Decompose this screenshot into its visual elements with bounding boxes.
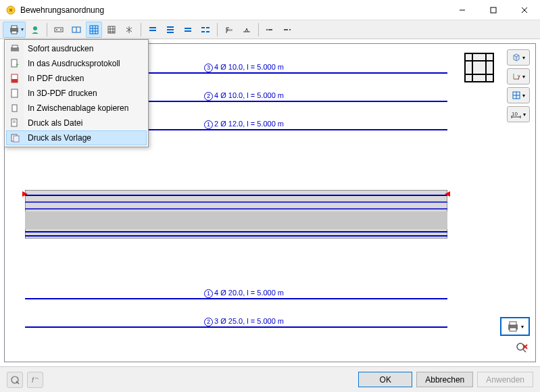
menu-ausdrucksprotokoll[interactable]: + In das Ausdrucksprotokoll [6, 56, 147, 71]
svg-point-71 [517, 343, 524, 350]
svg-rect-7 [11, 31, 17, 34]
bar-label: 34 Ø 10.0, l = 5.000 m [204, 63, 284, 72]
doc-plus-icon: + [9, 58, 20, 69]
print-view-button[interactable]: ▾ [500, 317, 530, 336]
print-dropdown-button[interactable]: ▾ [3, 22, 26, 38]
svg-rect-41 [266, 29, 268, 30]
svg-text:f: f [32, 376, 34, 384]
svg-rect-80 [11, 79, 18, 82]
align4-button[interactable] [197, 22, 214, 38]
svg-rect-35 [206, 27, 210, 28]
user-button[interactable] [27, 22, 43, 38]
bar-label: 14 Ø 20.0, l = 5.000 m [204, 289, 284, 298]
bar-num-icon: 2 [204, 318, 213, 326]
svg-rect-40 [268, 29, 272, 30]
svg-rect-76 [12, 45, 18, 48]
grid-toggle-button[interactable]: ▾ [507, 87, 530, 103]
menu-druck-vorlage[interactable]: Druck als Vorlage [6, 130, 147, 145]
axes-button[interactable] [121, 22, 137, 38]
support-button[interactable] [239, 22, 255, 38]
app-icon [5, 5, 16, 16]
menu-druck-datei[interactable]: Druck als Datei [6, 116, 147, 130]
svg-rect-9 [55, 28, 63, 32]
align1-button[interactable] [145, 22, 161, 38]
svg-rect-33 [185, 30, 191, 32]
svg-rect-29 [167, 26, 174, 28]
menu-sofort-ausdrucken[interactable]: Sofort ausdrucken [6, 41, 147, 56]
view2-button[interactable] [68, 22, 84, 38]
window-controls [447, 0, 540, 20]
expand-button[interactable] [280, 22, 296, 38]
cancel-button[interactable]: Abbrechen [416, 372, 473, 387]
cross-section [25, 190, 447, 239]
svg-text:10: 10 [512, 111, 518, 117]
titlebar: Bewehrungsanordnung [0, 0, 540, 20]
svg-point-11 [60, 29, 62, 30]
bar-label: 24 Ø 10.0, l = 5.000 m [204, 91, 284, 101]
pdf-icon [9, 73, 20, 84]
maximize-button[interactable] [478, 0, 509, 20]
zoom-reset-button[interactable] [514, 340, 530, 356]
print-dropdown-menu: Sofort ausdrucken + In das Ausdrucksprot… [4, 39, 149, 147]
apply-button[interactable]: Anwenden [477, 372, 533, 387]
layer-settings-button[interactable]: f [27, 372, 43, 388]
canvas-bottom-tools: ▾ [500, 317, 530, 356]
svg-rect-14 [90, 26, 98, 34]
axes-toggle-button[interactable]: y ▾ [507, 68, 530, 84]
svg-rect-2 [491, 7, 496, 13]
svg-marker-52 [445, 191, 450, 197]
bar-line [25, 298, 447, 299]
print-icon [9, 43, 20, 54]
svg-rect-27 [149, 27, 156, 28]
align2-button[interactable] [162, 22, 178, 38]
view-cube-button[interactable]: ▾ [507, 49, 530, 66]
svg-rect-43 [289, 29, 291, 30]
template-icon [10, 132, 21, 143]
svg-rect-69 [510, 322, 516, 325]
svg-rect-70 [510, 328, 516, 331]
bar-label: 12 Ø 12.0, l = 5.000 m [204, 120, 284, 129]
menu-3dpdf-drucken[interactable]: In 3D-PDF drucken [6, 86, 147, 101]
file-icon [9, 118, 20, 128]
collapse-button[interactable] [262, 22, 278, 38]
ok-button[interactable]: OK [358, 372, 412, 387]
svg-rect-82 [12, 105, 17, 112]
window-title: Bewehrungsanordnung [20, 5, 447, 15]
view3-button[interactable] [86, 22, 102, 38]
bar-num-icon: 1 [204, 289, 213, 298]
view1-button[interactable] [51, 22, 67, 38]
bar-num-icon: 2 [204, 92, 213, 101]
svg-text:+: + [16, 62, 19, 68]
bar-num-icon: 3 [204, 64, 213, 72]
svg-rect-31 [167, 32, 174, 33]
svg-point-10 [56, 29, 57, 30]
menu-zwischenablage[interactable]: In Zwischenablage kopieren [6, 101, 147, 116]
bar-label: 23 Ø 25.0, l = 5.000 m [204, 317, 284, 326]
svg-rect-53 [465, 53, 493, 82]
svg-rect-81 [11, 89, 18, 97]
svg-marker-51 [22, 191, 28, 197]
spring-button[interactable]: xx [221, 22, 237, 38]
bar-num-icon: 1 [204, 120, 213, 129]
dimension-button[interactable]: 10 ▾ [507, 106, 530, 122]
svg-text:y: y [518, 74, 520, 79]
svg-rect-30 [167, 29, 174, 30]
svg-point-8 [33, 26, 37, 30]
right-toolbar: ▾ y ▾ ▾ 10 ▾ [503, 49, 530, 122]
svg-rect-83 [14, 104, 16, 105]
svg-rect-42 [284, 29, 288, 30]
svg-rect-48 [25, 212, 447, 229]
svg-rect-34 [201, 27, 205, 28]
hatch-button[interactable] [103, 22, 120, 38]
bar-line [25, 326, 447, 328]
svg-rect-32 [185, 28, 191, 29]
svg-rect-6 [11, 26, 17, 28]
align3-button[interactable] [180, 22, 196, 38]
section-grid-icon[interactable] [462, 51, 496, 84]
menu-pdf-drucken[interactable]: In PDF drucken [6, 71, 147, 86]
close-button[interactable] [509, 0, 540, 20]
minimize-button[interactable] [447, 0, 478, 20]
svg-rect-37 [206, 31, 210, 32]
help-info-button[interactable] [7, 372, 23, 388]
svg-line-72 [523, 349, 526, 352]
